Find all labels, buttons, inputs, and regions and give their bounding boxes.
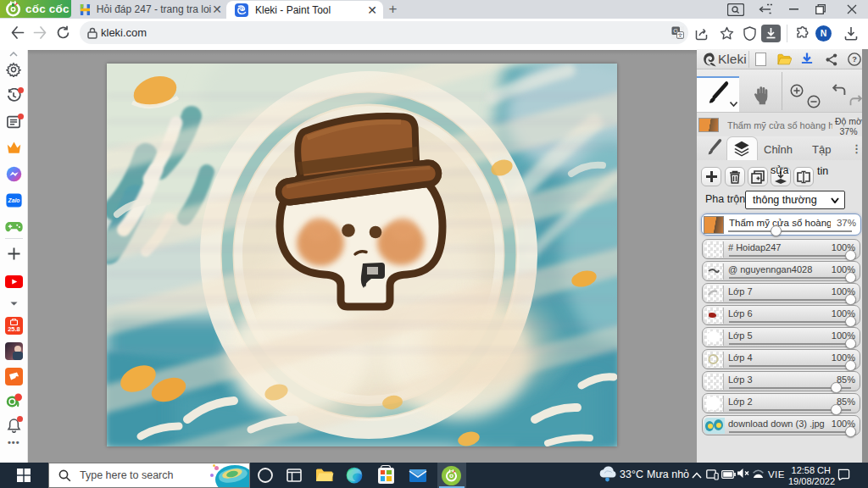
svg-text:?: ? xyxy=(852,55,857,64)
svg-text:Zalo: Zalo xyxy=(8,197,20,203)
